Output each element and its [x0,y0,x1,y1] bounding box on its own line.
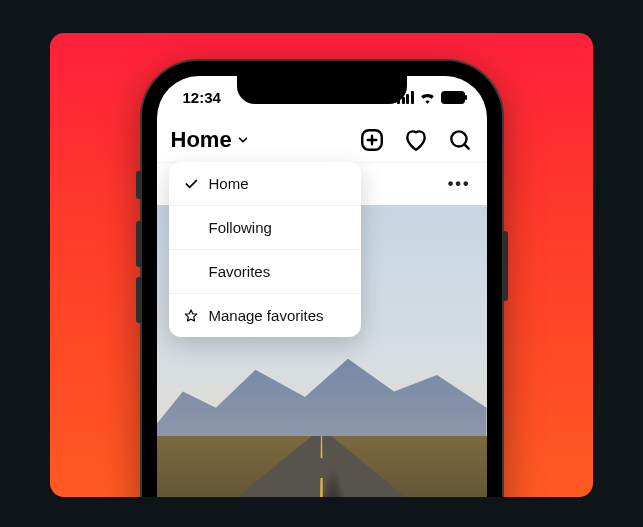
power-button [502,231,508,301]
check-icon [183,176,199,192]
dropdown-item-label: Following [209,219,272,236]
search-button[interactable] [447,127,473,153]
activity-button[interactable] [403,127,429,153]
promo-card: 12:34 Home [50,33,593,497]
volume-down-btn [136,277,142,323]
app-header: Home [157,118,487,162]
feed-title: Home [171,127,232,153]
phone-screen: 12:34 Home [157,76,487,497]
wifi-icon [419,91,436,104]
battery-icon [441,91,465,104]
phone-frame: 12:34 Home [142,61,502,497]
dropdown-item-manage-favorites[interactable]: Manage favorites [169,294,361,337]
dropdown-item-label: Favorites [209,263,271,280]
feed-switcher-button[interactable]: Home [171,127,250,153]
dropdown-item-label: Home [209,175,249,192]
dropdown-item-following[interactable]: Following [169,206,361,250]
status-time: 12:34 [183,89,221,106]
dropdown-item-label: Manage favorites [209,307,324,324]
post-options-button[interactable]: ••• [448,175,471,193]
chevron-down-icon [236,133,250,147]
mute-switch [136,171,142,199]
notch [237,76,407,104]
star-icon [183,308,199,324]
feed-dropdown: Home Following Favorites Manage [169,162,361,337]
dropdown-item-favorites[interactable]: Favorites [169,250,361,294]
new-post-button[interactable] [359,127,385,153]
dropdown-item-home[interactable]: Home [169,162,361,206]
volume-up-btn [136,221,142,267]
